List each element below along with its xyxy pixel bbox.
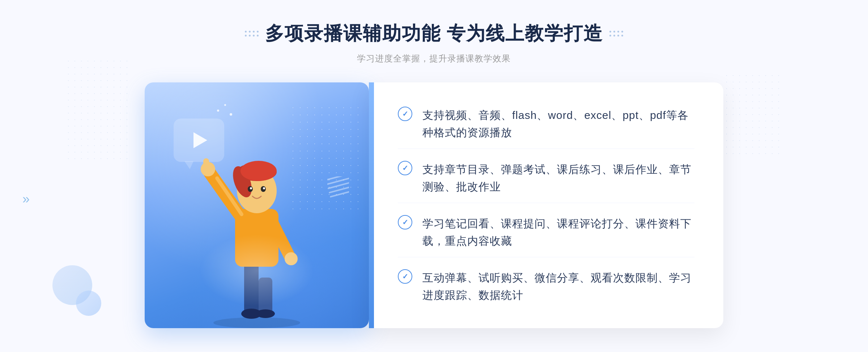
dot xyxy=(617,35,619,37)
dot xyxy=(245,31,247,33)
check-circle-2: ✓ xyxy=(398,161,412,175)
title-dot-grid-left xyxy=(245,31,259,37)
dot xyxy=(613,35,615,37)
deco-circle-small xyxy=(76,291,101,316)
content-area: ✓ 支持视频、音频、flash、word、excel、ppt、pdf等各种格式的… xyxy=(145,82,723,328)
dot xyxy=(621,31,623,33)
feature-text-2: 支持章节目录、弹题考试、课后练习、课后作业、章节测验、批改作业 xyxy=(422,161,694,196)
check-icon-3: ✓ xyxy=(402,219,408,226)
check-icon-1: ✓ xyxy=(402,110,408,117)
dot xyxy=(617,31,619,33)
svg-rect-8 xyxy=(203,158,209,172)
dot xyxy=(253,35,255,37)
dot xyxy=(257,35,259,37)
check-icon-4: ✓ xyxy=(402,273,408,280)
dot xyxy=(253,31,255,33)
dot xyxy=(257,31,259,33)
feature-text-1: 支持视频、音频、flash、word、excel、ppt、pdf等各种格式的资源… xyxy=(422,107,694,141)
main-title: 多项录播课辅助功能 专为线上教学打造 xyxy=(265,21,603,46)
dot xyxy=(245,35,247,37)
bg-dots-right xyxy=(723,72,781,159)
check-icon-2: ✓ xyxy=(402,164,408,172)
svg-point-19 xyxy=(263,187,265,189)
dot xyxy=(621,35,623,37)
feature-item-1: ✓ 支持视频、音频、flash、word、excel、ppt、pdf等各种格式的… xyxy=(398,99,694,149)
dot xyxy=(613,31,615,33)
feature-text-4: 互动弹幕、试听购买、微信分享、观看次数限制、学习进度跟踪、数据统计 xyxy=(422,269,694,304)
bg-dots-left xyxy=(65,58,130,159)
title-dot-grid-right xyxy=(609,31,623,37)
features-left-bar xyxy=(369,82,374,328)
stripe-lines xyxy=(327,176,349,198)
check-circle-1: ✓ xyxy=(398,107,412,121)
svg-point-15 xyxy=(241,161,277,181)
svg-point-0 xyxy=(213,317,300,328)
dot xyxy=(249,31,251,33)
feature-item-4: ✓ 互动弹幕、试听购买、微信分享、观看次数限制、学习进度跟踪、数据统计 xyxy=(398,262,694,311)
check-circle-3: ✓ xyxy=(398,215,412,229)
features-panel-wrapper: ✓ 支持视频、音频、flash、word、excel、ppt、pdf等各种格式的… xyxy=(369,82,723,328)
sparkle-dot xyxy=(217,110,219,112)
subtitle: 学习进度全掌握，提升录播课教学效果 xyxy=(245,53,623,64)
title-decorators: 多项录播课辅助功能 专为线上教学打造 xyxy=(245,21,623,46)
svg-point-17 xyxy=(250,187,252,189)
svg-point-4 xyxy=(256,309,275,318)
glow-circle xyxy=(199,234,315,306)
feature-item-3: ✓ 学习笔记回看、课程提问、课程评论打分、课件资料下载，重点内容收藏 xyxy=(398,208,694,257)
stripe-decoration xyxy=(327,176,349,205)
sparkle-dot xyxy=(230,113,232,116)
page-container: » 多项录播课辅助功能 专为线上教学打造 xyxy=(0,0,868,352)
dot xyxy=(609,31,611,33)
feature-text-3: 学习笔记回看、课程提问、课程评论打分、课件资料下载，重点内容收藏 xyxy=(422,215,694,250)
title-section: 多项录播课辅助功能 专为线上教学打造 学习进度全掌握，提升录播课教学效果 xyxy=(245,21,623,64)
sparkle-dot xyxy=(224,104,226,106)
feature-item-2: ✓ 支持章节目录、弹题考试、课后练习、课后作业、章节测验、批改作业 xyxy=(398,154,694,203)
dot xyxy=(609,35,611,37)
illustration-card xyxy=(145,82,369,328)
chevron-left-icon: » xyxy=(22,192,30,207)
dot xyxy=(249,35,251,37)
check-circle-4: ✓ xyxy=(398,269,412,284)
features-panel: ✓ 支持视频、音频、flash、word、excel、ppt、pdf等各种格式的… xyxy=(369,82,723,328)
